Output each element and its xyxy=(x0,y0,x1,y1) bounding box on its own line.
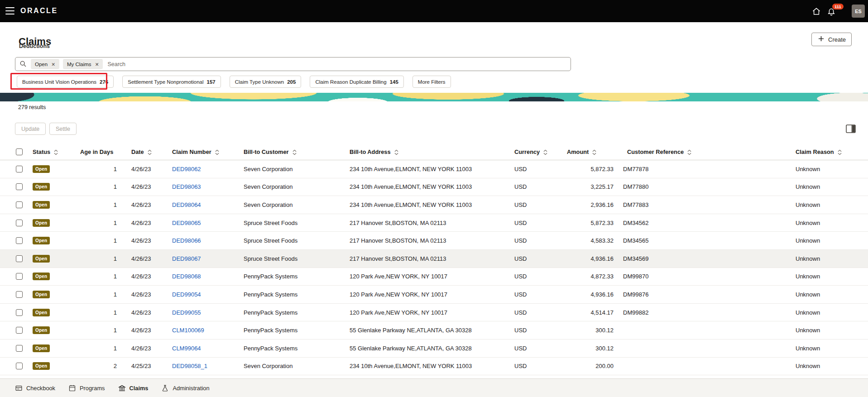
status-badge: Open xyxy=(33,344,50,352)
column-header-bill-to-address[interactable]: Bill-to Address xyxy=(344,144,509,160)
column-header-status[interactable]: Status xyxy=(27,144,75,160)
row-checkbox[interactable] xyxy=(16,255,23,262)
row-checkbox[interactable] xyxy=(16,183,23,190)
sort-icon[interactable] xyxy=(394,149,398,155)
date-cell: 4/26/23 xyxy=(122,303,167,321)
table-header-row: StatusAge in DaysDateClaim NumberBill-to… xyxy=(0,144,868,160)
avatar[interactable]: ES xyxy=(852,5,865,18)
column-header-currency[interactable]: Currency xyxy=(509,144,561,160)
bill-to-customer-cell: Seven Corporation xyxy=(238,178,344,196)
nav-item-label: Checkbook xyxy=(26,385,55,392)
bill-to-customer-cell: Seven Corporation xyxy=(238,357,344,375)
filter-chip-settlement-type[interactable]: Settlement Type Nonpromotional 157 xyxy=(122,76,221,88)
more-filters-label: More Filters xyxy=(418,79,446,85)
row-checkbox[interactable] xyxy=(16,291,23,298)
status-badge: Open xyxy=(33,183,50,191)
row-checkbox[interactable] xyxy=(16,309,23,316)
filter-chip-claim-type[interactable]: Claim Type Unknown 205 xyxy=(230,76,302,88)
bill-to-customer-cell: PennyPack Systems xyxy=(238,303,344,321)
status-badge: Open xyxy=(33,255,50,263)
bill-to-customer-cell: PennyPack Systems xyxy=(238,286,344,304)
filter-chip-label: Claim Reason Duplicate Billing xyxy=(315,79,386,85)
filter-chip-business-unit[interactable]: Business Unit Vision Operations 276 xyxy=(17,76,114,88)
sort-icon[interactable] xyxy=(54,149,58,155)
create-button[interactable]: Create xyxy=(811,33,852,46)
table-row: Open 1 4/26/23 CLM99064 PennyPack System… xyxy=(0,339,868,357)
customer-reference-cell: DM99876 xyxy=(618,286,790,304)
update-button[interactable]: Update xyxy=(15,123,46,135)
date-cell: 4/26/23 xyxy=(122,286,167,304)
sort-icon[interactable] xyxy=(838,149,842,155)
row-checkbox[interactable] xyxy=(16,166,23,172)
column-header-age-in-days[interactable]: Age in Days xyxy=(75,144,122,160)
claim-reason-cell: Unknown xyxy=(790,249,868,268)
row-checkbox[interactable] xyxy=(16,363,23,369)
row-checkbox[interactable] xyxy=(16,327,23,334)
filter-chip-label: Claim Type Unknown xyxy=(235,79,284,85)
status-badge: Open xyxy=(33,309,50,316)
nav-item-checkbook[interactable]: Checkbook xyxy=(15,384,55,392)
customer-reference-cell: DM77878 xyxy=(618,160,790,178)
claim-number-link[interactable]: DED99054 xyxy=(172,291,201,298)
column-header-date[interactable]: Date xyxy=(122,144,167,160)
amount-cell: 300.12 xyxy=(561,339,618,357)
home-icon[interactable] xyxy=(812,7,821,16)
sort-icon[interactable] xyxy=(215,149,219,155)
search-chip-open[interactable]: Open ✕ xyxy=(31,59,59,69)
currency-cell: USD xyxy=(509,178,561,196)
row-checkbox[interactable] xyxy=(16,201,23,208)
sort-icon[interactable] xyxy=(687,149,691,155)
column-header-claim-reason[interactable]: Claim Reason xyxy=(790,144,868,160)
claim-number-link[interactable]: DED98068 xyxy=(172,273,201,280)
claim-number-link[interactable]: DED98064 xyxy=(172,201,201,208)
hamburger-menu-icon[interactable] xyxy=(5,7,14,14)
column-header-amount[interactable]: Amount xyxy=(561,144,618,160)
claim-number-link[interactable]: DED98066 xyxy=(172,237,201,244)
nav-item-programs[interactable]: Programs xyxy=(68,384,105,392)
row-checkbox[interactable] xyxy=(16,237,23,244)
detail-panel-toggle-icon[interactable] xyxy=(845,123,857,134)
age-in-days-cell: 1 xyxy=(75,160,122,178)
sort-icon[interactable] xyxy=(293,149,297,155)
customer-reference-cell: DM77883 xyxy=(618,196,790,214)
amount-cell: 200.00 xyxy=(561,357,618,375)
search-icon xyxy=(19,60,27,68)
sort-icon[interactable] xyxy=(592,149,596,155)
amount-cell: 4,583.32 xyxy=(561,232,618,250)
column-header-customer-reference[interactable]: Customer Reference xyxy=(618,144,790,160)
search-chip-my-claims[interactable]: My Claims ✕ xyxy=(63,59,103,69)
close-icon[interactable]: ✕ xyxy=(51,62,55,67)
claim-number-link[interactable]: DED98058_1 xyxy=(172,363,207,369)
settle-button[interactable]: Settle xyxy=(49,123,77,135)
status-badge: Open xyxy=(33,165,50,173)
row-checkbox[interactable] xyxy=(16,345,23,352)
row-checkbox[interactable] xyxy=(16,220,23,226)
currency-cell: USD xyxy=(509,232,561,250)
bottom-nav: Checkbook Programs Claims Administration xyxy=(0,378,868,397)
column-header-bill-to-customer[interactable]: Bill-to Customer xyxy=(238,144,344,160)
claim-number-link[interactable]: DED98067 xyxy=(172,255,201,262)
sort-icon[interactable] xyxy=(543,149,547,155)
sort-icon[interactable] xyxy=(148,149,152,155)
table-header: StatusAge in DaysDateClaim NumberBill-to… xyxy=(0,144,868,160)
age-in-days-cell: 1 xyxy=(75,214,122,232)
row-checkbox[interactable] xyxy=(16,273,23,280)
date-cell: 4/26/23 xyxy=(122,268,167,286)
nav-item-administration[interactable]: Administration xyxy=(161,384,209,392)
amount-cell: 5,872.33 xyxy=(561,214,618,232)
more-filters-button[interactable]: More Filters xyxy=(412,76,451,88)
column-header-claim-number[interactable]: Claim Number xyxy=(167,144,238,160)
nav-item-claims[interactable]: Claims xyxy=(118,384,149,392)
bill-to-customer-cell: PennyPack Systems xyxy=(238,268,344,286)
search-input[interactable] xyxy=(106,61,566,68)
claim-number-link[interactable]: DED98062 xyxy=(172,166,201,172)
claim-number-link[interactable]: CLM99064 xyxy=(172,345,201,352)
filter-chip-claim-reason[interactable]: Claim Reason Duplicate Billing 145 xyxy=(310,76,403,88)
close-icon[interactable]: ✕ xyxy=(95,62,99,67)
claim-number-link[interactable]: DED99055 xyxy=(172,309,201,316)
claim-number-link[interactable]: DED98065 xyxy=(172,220,201,226)
select-all-checkbox[interactable] xyxy=(16,148,23,155)
claim-number-link[interactable]: CLM100069 xyxy=(172,327,204,334)
nav-item-label: Claims xyxy=(129,385,149,392)
claim-number-link[interactable]: DED98063 xyxy=(172,183,201,190)
